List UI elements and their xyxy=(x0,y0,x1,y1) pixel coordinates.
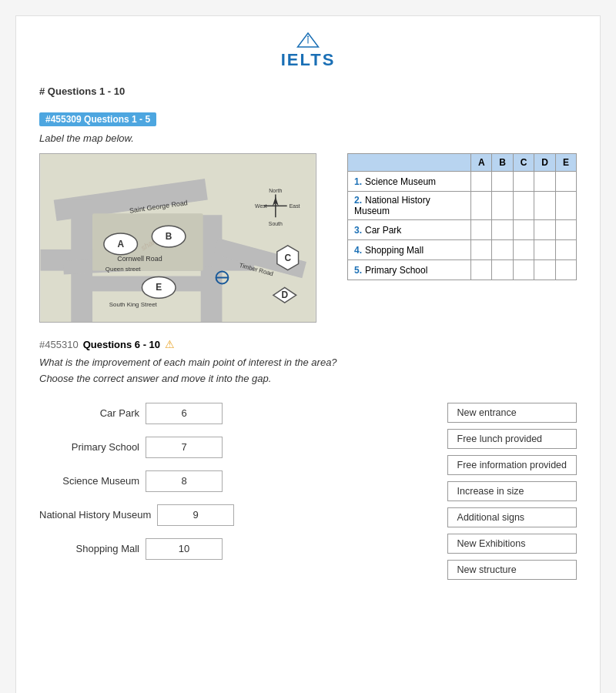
table-cell-a2[interactable] xyxy=(471,192,492,220)
warning-icon: ⚠ xyxy=(165,338,175,350)
table-cell-c2[interactable] xyxy=(513,192,534,220)
map-svg: share A B C D E xyxy=(40,154,316,322)
table-row: 1.Science Museum xyxy=(348,172,577,192)
table-cell-label: 3.Car Park xyxy=(348,220,471,240)
section-label: # Questions 1 - 10 xyxy=(39,85,577,97)
table-header-empty xyxy=(348,154,471,172)
svg-text:Cornwell Road: Cornwell Road xyxy=(117,255,162,263)
svg-rect-7 xyxy=(201,215,223,322)
site-title: IELTS xyxy=(281,50,336,70)
table-cell-d2[interactable] xyxy=(534,192,555,220)
table-row: 2.National History Museum xyxy=(348,192,577,220)
table-cell-a3[interactable] xyxy=(471,220,492,240)
drag-chip-additional-signs[interactable]: Additional signs xyxy=(447,507,577,527)
table-row: 3.Car Park xyxy=(348,220,577,240)
fill-label-carpark: Car Park xyxy=(39,407,139,419)
header: IELTS xyxy=(39,32,577,70)
fill-label-nationalhistory: National History Museum xyxy=(39,509,151,521)
svg-text:E: E xyxy=(156,282,162,293)
svg-text:South: South xyxy=(269,221,283,226)
q1-instruction: Label the map below. xyxy=(39,132,577,144)
fill-items: Car Park 6 Primary School 7 Science Muse… xyxy=(39,403,417,580)
svg-text:B: B xyxy=(166,231,172,242)
fill-box-nationalhistory[interactable]: 9 xyxy=(157,504,234,526)
map-container: share A B C D E xyxy=(39,153,332,323)
fill-label-sciencemuseum: Science Museum xyxy=(39,475,139,487)
table-cell-b2[interactable] xyxy=(492,192,513,220)
table-header-b: B xyxy=(492,154,513,172)
table-cell-b3[interactable] xyxy=(492,220,513,240)
table-cell-label: 2.National History Museum xyxy=(348,192,471,220)
svg-text:A: A xyxy=(117,239,124,249)
table-cell-a4[interactable] xyxy=(471,240,492,260)
fill-label-primaryschool: Primary School xyxy=(39,441,139,453)
table-cell-c4[interactable] xyxy=(513,240,534,260)
svg-point-2 xyxy=(307,35,309,37)
drag-chip-new-structure[interactable]: New structure xyxy=(447,560,577,580)
map-image: share A B C D E xyxy=(39,153,316,323)
table-header-e: E xyxy=(555,154,576,172)
svg-text:C: C xyxy=(284,253,291,263)
answer-table: A B C D E 1.Science Museum xyxy=(347,153,577,280)
fill-row-primaryschool: Primary School 7 xyxy=(39,437,417,458)
fill-box-primaryschool[interactable]: 7 xyxy=(146,437,223,458)
svg-text:East: East xyxy=(290,203,300,209)
fill-box-shoppingmall[interactable]: 10 xyxy=(146,538,223,560)
svg-text:North: North xyxy=(269,188,282,193)
table-cell-e5[interactable] xyxy=(555,260,576,280)
fill-box-carpark[interactable]: 6 xyxy=(146,403,223,424)
fill-row-nationalhistory: National History Museum 9 xyxy=(39,504,417,526)
page-container: IELTS # Questions 1 - 10 #455309 Questio… xyxy=(15,15,601,693)
table-cell-c3[interactable] xyxy=(513,220,534,240)
svg-text:D: D xyxy=(281,290,288,300)
drag-section: Car Park 6 Primary School 7 Science Muse… xyxy=(39,403,577,580)
table-cell-e1[interactable] xyxy=(555,172,576,192)
drag-chip-increase-size[interactable]: Increase in size xyxy=(447,481,577,501)
drag-chip-free-lunch[interactable]: Free lunch provided xyxy=(447,429,577,449)
table-cell-e4[interactable] xyxy=(555,240,576,260)
answer-table-container: A B C D E 1.Science Museum xyxy=(347,153,577,280)
fill-row-shoppingmall: Shopping Mall 10 xyxy=(39,538,417,560)
table-cell-a5[interactable] xyxy=(471,260,492,280)
drag-options: New entrance Free lunch provided Free in… xyxy=(447,403,577,580)
logo: IELTS xyxy=(39,32,577,70)
table-header-d: D xyxy=(534,154,555,172)
drag-chip-new-entrance[interactable]: New entrance xyxy=(447,403,577,423)
q6-badge-id: #455310 xyxy=(39,339,79,350)
q6-badge-range: Questions 6 - 10 xyxy=(83,339,160,350)
table-cell-b5[interactable] xyxy=(492,260,513,280)
table-cell-e3[interactable] xyxy=(555,220,576,240)
map-table-section: share A B C D E xyxy=(39,153,577,323)
ielts-logo-icon xyxy=(296,32,320,49)
table-row: 4.Shopping Mall xyxy=(348,240,577,260)
table-cell-e2[interactable] xyxy=(555,192,576,220)
svg-text:Queen street: Queen street xyxy=(105,266,142,273)
table-cell-label: 1.Science Museum xyxy=(348,172,471,192)
table-cell-label: 4.Shopping Mall xyxy=(348,240,471,260)
svg-text:West: West xyxy=(255,203,267,209)
table-cell-d4[interactable] xyxy=(534,240,555,260)
table-cell-c1[interactable] xyxy=(513,172,534,192)
fill-row-carpark: Car Park 6 xyxy=(39,403,417,424)
fill-box-sciencemuseum[interactable]: 8 xyxy=(146,470,223,492)
table-header-c: C xyxy=(513,154,534,172)
table-cell-d3[interactable] xyxy=(534,220,555,240)
table-cell-a1[interactable] xyxy=(471,172,492,192)
table-row: 5.Primary School xyxy=(348,260,577,280)
table-cell-d1[interactable] xyxy=(534,172,555,192)
table-cell-label: 5.Primary School xyxy=(348,260,471,280)
table-cell-d5[interactable] xyxy=(534,260,555,280)
table-cell-b1[interactable] xyxy=(492,172,513,192)
table-cell-c5[interactable] xyxy=(513,260,534,280)
table-header-a: A xyxy=(471,154,492,172)
q6-instructions: What is the improvement of each main poi… xyxy=(39,355,577,387)
table-cell-b4[interactable] xyxy=(492,240,513,260)
drag-chip-new-exhibitions[interactable]: New Exhibitions xyxy=(447,534,577,554)
q1-badge-container: #455309 Questions 1 - 5 xyxy=(39,112,577,126)
q6-header: #455310 Questions 6 - 10 ⚠ xyxy=(39,338,577,350)
svg-text:South King Street: South King Street xyxy=(109,301,158,308)
drag-chip-free-info[interactable]: Free information provided xyxy=(447,455,577,475)
q1-badge: #455309 Questions 1 - 5 xyxy=(39,112,156,126)
fill-label-shoppingmall: Shopping Mall xyxy=(39,543,139,554)
fill-row-sciencemuseum: Science Museum 8 xyxy=(39,470,417,492)
